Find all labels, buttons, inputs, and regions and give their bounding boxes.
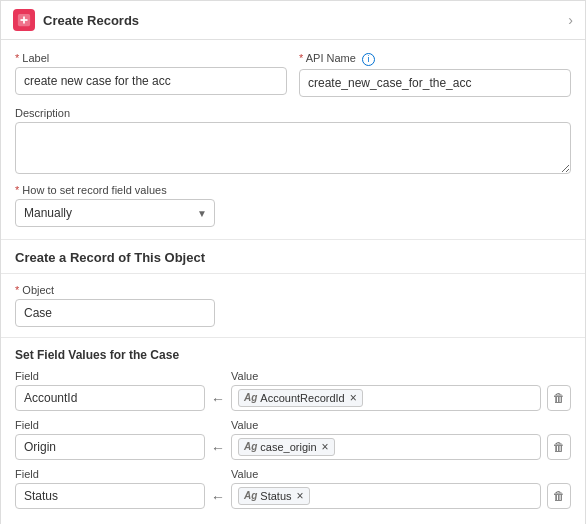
label-group: * Label <box>15 52 287 97</box>
panel-header: Create Records › <box>1 1 585 40</box>
chevron-right-icon: › <box>568 12 573 28</box>
tag-type-icon-3: Ag <box>244 490 257 501</box>
tag-type-icon-2: Ag <box>244 441 257 452</box>
value-box-2: Ag case_origin × <box>231 434 541 460</box>
value-box-3: Ag Status × <box>231 483 541 509</box>
field-values-title: Set Field Values for the Case <box>15 348 571 362</box>
field-label-2: Field <box>15 419 205 431</box>
field-row: Field ← Value Ag AccountRecordId × 🗑 <box>15 370 571 411</box>
add-field-button[interactable]: + Add Field <box>15 521 75 525</box>
arrow-icon-1: ← <box>211 391 225 411</box>
object-label: * Object <box>15 284 571 296</box>
field-group-1: Field <box>15 370 205 411</box>
how-to-set-select[interactable]: Manually From Reference From Variables <box>15 199 215 227</box>
value-label-3: Value <box>231 468 541 480</box>
info-icon[interactable]: i <box>362 53 375 66</box>
label-field-label: * Label <box>15 52 287 64</box>
object-group: * Object <box>15 284 571 327</box>
field-input-3[interactable] <box>15 483 205 509</box>
delete-btn-2[interactable]: 🗑 <box>547 434 571 460</box>
tag-close-3[interactable]: × <box>297 489 304 503</box>
how-to-set-label: * How to set record field values <box>15 184 571 196</box>
create-records-icon <box>13 9 35 31</box>
arrow-icon-2: ← <box>211 440 225 460</box>
how-to-set-group: * How to set record field values Manuall… <box>15 184 571 227</box>
value-group-1: Value Ag AccountRecordId × <box>231 370 541 411</box>
tag-text-1: AccountRecordId <box>260 392 344 404</box>
api-name-group: * API Name i <box>299 52 571 97</box>
field-label-1: Field <box>15 370 205 382</box>
label-api-row: * Label * API Name i <box>15 52 571 97</box>
label-input[interactable] <box>15 67 287 95</box>
delete-btn-1[interactable]: 🗑 <box>547 385 571 411</box>
tag-text-3: Status <box>260 490 291 502</box>
api-name-input[interactable] <box>299 69 571 97</box>
tag-text-2: case_origin <box>260 441 316 453</box>
panel-title: Create Records <box>43 13 139 28</box>
create-records-panel: Create Records › * Label * API Name i De… <box>0 0 586 524</box>
delete-btn-3[interactable]: 🗑 <box>547 483 571 509</box>
field-input-1[interactable] <box>15 385 205 411</box>
arrow-icon-3: ← <box>211 489 225 509</box>
object-input[interactable] <box>15 299 215 327</box>
description-label: Description <box>15 107 571 119</box>
field-row-3: Field ← Value Ag Status × 🗑 <box>15 468 571 509</box>
value-group-2: Value Ag case_origin × <box>231 419 541 460</box>
create-object-section: Create a Record of This Object * Object <box>1 240 585 338</box>
value-tag-2: Ag case_origin × <box>238 438 335 456</box>
create-object-title: Create a Record of This Object <box>1 240 585 274</box>
tag-close-2[interactable]: × <box>322 440 329 454</box>
form-section: * Label * API Name i Description * How t… <box>1 40 585 240</box>
value-label-1: Value <box>231 370 541 382</box>
tag-type-icon-1: Ag <box>244 392 257 403</box>
description-group: Description <box>15 107 571 174</box>
value-tag-3: Ag Status × <box>238 487 310 505</box>
how-to-set-select-wrapper: Manually From Reference From Variables ▼ <box>15 199 215 227</box>
value-box-1: Ag AccountRecordId × <box>231 385 541 411</box>
value-tag-1: Ag AccountRecordId × <box>238 389 363 407</box>
field-group-2: Field <box>15 419 205 460</box>
value-group-3: Value Ag Status × <box>231 468 541 509</box>
field-group-3: Field <box>15 468 205 509</box>
tag-close-1[interactable]: × <box>350 391 357 405</box>
object-section: * Object <box>1 274 585 338</box>
field-input-2[interactable] <box>15 434 205 460</box>
value-label-2: Value <box>231 419 541 431</box>
api-name-label: * API Name i <box>299 52 571 66</box>
field-row-2: Field ← Value Ag case_origin × 🗑 <box>15 419 571 460</box>
field-label-3: Field <box>15 468 205 480</box>
field-values-section: Set Field Values for the Case Field ← Va… <box>1 338 585 525</box>
description-input[interactable] <box>15 122 571 174</box>
